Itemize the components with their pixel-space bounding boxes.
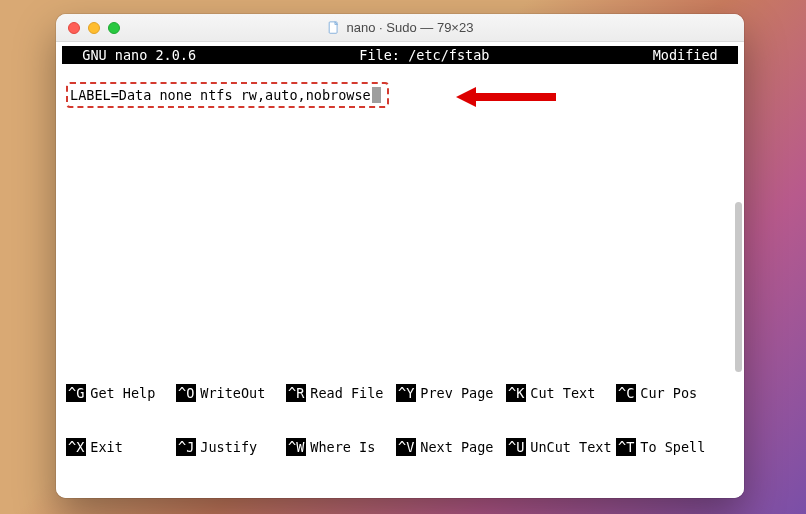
titlebar: nano · Sudo — 79×23 [56, 14, 744, 42]
shortcut-where-is: ^WWhere Is [286, 438, 396, 456]
shortcut-get-help: ^GGet Help [66, 384, 176, 402]
zoom-icon[interactable] [108, 22, 120, 34]
terminal-window: nano · Sudo — 79×23 GNU nano 2.0.6 File:… [56, 14, 744, 498]
terminal-content[interactable]: GNU nano 2.0.6 File: /etc/fstab Modified… [56, 42, 744, 498]
text-cursor [372, 87, 381, 103]
shortcut-justify: ^JJustify [176, 438, 286, 456]
shortcut-read-file: ^RRead File [286, 384, 396, 402]
traffic-lights [56, 22, 120, 34]
svg-marker-1 [334, 21, 337, 24]
svg-rect-0 [329, 21, 337, 32]
shortcut-row-2: ^XExit ^JJustify ^WWhere Is ^VNext Page … [66, 438, 734, 456]
shortcut-writeout: ^OWriteOut [176, 384, 286, 402]
minimize-icon[interactable] [88, 22, 100, 34]
highlighted-line: LABEL=Data none ntfs rw,auto,nobrowse [66, 82, 389, 108]
shortcut-cur-pos: ^CCur Pos [616, 384, 726, 402]
nano-shortcut-bar: ^GGet Help ^OWriteOut ^RRead File ^YPrev… [66, 348, 734, 492]
nano-modified: Modified [653, 46, 734, 64]
shortcut-next-page: ^VNext Page [396, 438, 506, 456]
close-icon[interactable] [68, 22, 80, 34]
editor-line[interactable]: LABEL=Data none ntfs rw,auto,nobrowse [70, 87, 371, 103]
window-title-text: nano · Sudo — 79×23 [347, 20, 474, 35]
window-title: nano · Sudo — 79×23 [56, 20, 744, 35]
nano-file: File: /etc/fstab [196, 46, 653, 64]
shortcut-to-spell: ^TTo Spell [616, 438, 726, 456]
shortcut-exit: ^XExit [66, 438, 176, 456]
nano-status-bar: GNU nano 2.0.6 File: /etc/fstab Modified [62, 46, 738, 64]
shortcut-uncut-text: ^UUnCut Text [506, 438, 616, 456]
editor-area[interactable]: LABEL=Data none ntfs rw,auto,nobrowse [66, 82, 734, 108]
shortcut-prev-page: ^YPrev Page [396, 384, 506, 402]
nano-version: GNU nano 2.0.6 [66, 46, 196, 64]
document-icon [327, 21, 341, 35]
shortcut-cut-text: ^KCut Text [506, 384, 616, 402]
scrollbar[interactable] [735, 202, 742, 372]
shortcut-row-1: ^GGet Help ^OWriteOut ^RRead File ^YPrev… [66, 384, 734, 402]
